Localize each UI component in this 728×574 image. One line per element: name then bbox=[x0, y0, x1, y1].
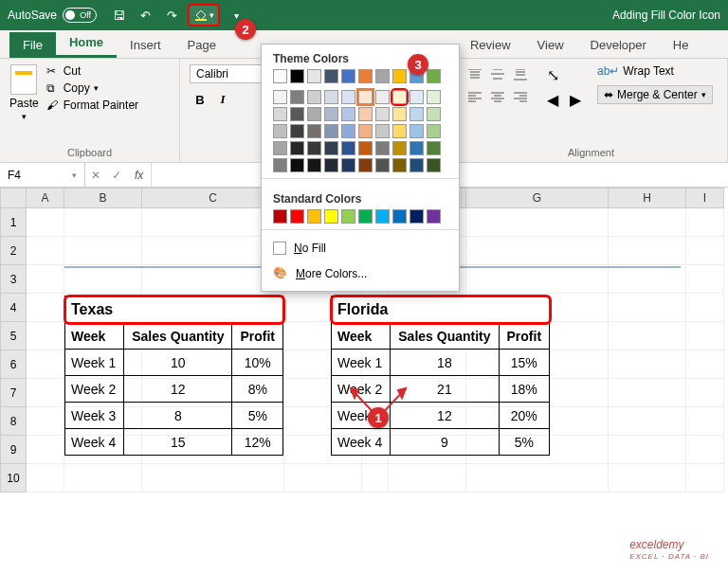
data-cell[interactable]: Week 4 bbox=[65, 429, 124, 456]
cell[interactable] bbox=[27, 322, 64, 350]
cell[interactable] bbox=[466, 265, 609, 294]
standard-swatch[interactable] bbox=[307, 209, 321, 224]
align-left-button[interactable] bbox=[464, 87, 485, 108]
theme-swatch[interactable] bbox=[427, 69, 441, 83]
col-header[interactable]: H bbox=[609, 188, 686, 208]
cell[interactable] bbox=[609, 436, 686, 464]
cell[interactable] bbox=[609, 294, 686, 322]
theme-shade-swatch[interactable] bbox=[324, 158, 338, 172]
tab-review[interactable]: Review bbox=[457, 32, 524, 58]
theme-shade-swatch[interactable] bbox=[375, 141, 390, 155]
theme-shade-swatch[interactable] bbox=[307, 107, 321, 121]
standard-swatch[interactable] bbox=[324, 209, 338, 224]
format-painter-button[interactable]: 🖌Format Painter bbox=[46, 99, 138, 112]
theme-shade-swatch[interactable] bbox=[410, 141, 424, 155]
theme-shade-swatch[interactable] bbox=[290, 158, 304, 172]
theme-shade-swatch[interactable] bbox=[273, 107, 287, 121]
undo-icon[interactable]: ↶ bbox=[135, 5, 155, 26]
fx-button[interactable]: fx bbox=[127, 169, 151, 182]
theme-shade-swatch[interactable] bbox=[290, 90, 304, 104]
col-header[interactable]: G bbox=[466, 188, 609, 208]
theme-shade-swatch[interactable] bbox=[273, 158, 287, 172]
tab-view[interactable]: View bbox=[524, 32, 577, 58]
standard-swatch[interactable] bbox=[375, 209, 390, 224]
cell[interactable] bbox=[686, 350, 724, 379]
standard-swatch[interactable] bbox=[341, 209, 355, 224]
cancel-formula-icon[interactable]: ✕ bbox=[85, 169, 106, 182]
cut-button[interactable]: ✂Cut bbox=[46, 64, 138, 78]
cell[interactable] bbox=[362, 464, 389, 493]
theme-swatch[interactable] bbox=[324, 69, 338, 83]
tab-help[interactable]: He bbox=[660, 32, 702, 58]
standard-swatch[interactable] bbox=[290, 209, 304, 224]
cell[interactable] bbox=[64, 265, 142, 294]
save-icon[interactable]: 🖫 bbox=[108, 5, 129, 26]
cell[interactable] bbox=[686, 237, 724, 265]
cell[interactable] bbox=[609, 407, 686, 436]
cell[interactable] bbox=[142, 464, 284, 493]
theme-shade-swatch[interactable] bbox=[427, 90, 441, 104]
theme-shade-swatch[interactable] bbox=[358, 158, 373, 172]
standard-swatch[interactable] bbox=[273, 209, 287, 224]
row-header[interactable]: 1 bbox=[0, 208, 27, 237]
cell[interactable] bbox=[27, 208, 64, 237]
bold-button[interactable]: B bbox=[190, 89, 210, 110]
theme-shade-swatch[interactable] bbox=[410, 90, 424, 104]
row-header[interactable]: 3 bbox=[0, 265, 27, 294]
theme-shade-swatch[interactable] bbox=[273, 124, 287, 138]
merge-center-button[interactable]: ⬌Merge & Center▾ bbox=[597, 85, 713, 104]
theme-shade-swatch[interactable] bbox=[341, 141, 355, 155]
theme-shade-swatch[interactable] bbox=[307, 90, 321, 104]
region-header[interactable]: Florida bbox=[332, 296, 550, 323]
standard-swatch[interactable] bbox=[392, 209, 407, 224]
align-top-button[interactable] bbox=[464, 64, 485, 85]
theme-swatch[interactable] bbox=[273, 69, 287, 83]
align-right-button[interactable] bbox=[510, 87, 531, 108]
theme-shade-swatch[interactable] bbox=[290, 124, 304, 138]
autosave-toggle[interactable]: AutoSave Off bbox=[8, 8, 97, 23]
theme-shade-swatch[interactable] bbox=[427, 124, 441, 138]
data-cell[interactable]: Week 3 bbox=[65, 403, 124, 429]
theme-shade-swatch[interactable] bbox=[307, 124, 321, 138]
cell[interactable] bbox=[686, 208, 724, 237]
theme-shade-swatch[interactable] bbox=[324, 90, 338, 104]
theme-shade-swatch[interactable] bbox=[427, 141, 441, 155]
theme-shade-swatch[interactable] bbox=[375, 90, 390, 104]
standard-swatch[interactable] bbox=[410, 209, 424, 224]
name-box[interactable]: F4▾ bbox=[0, 163, 85, 187]
row-header[interactable]: 5 bbox=[0, 322, 27, 350]
decrease-indent-button[interactable]: ◀ bbox=[542, 89, 563, 110]
theme-shade-swatch[interactable] bbox=[358, 124, 373, 138]
enter-formula-icon[interactable]: ✓ bbox=[106, 169, 127, 182]
theme-shade-swatch[interactable] bbox=[324, 124, 338, 138]
theme-shade-swatch[interactable] bbox=[375, 158, 390, 172]
col-header-cell[interactable]: Sales Quantity bbox=[391, 323, 499, 350]
row-header[interactable]: 4 bbox=[0, 294, 27, 322]
cell[interactable] bbox=[27, 294, 64, 322]
data-cell[interactable]: 10% bbox=[232, 350, 283, 376]
col-header-cell[interactable]: Sales Quantity bbox=[124, 323, 232, 350]
cell[interactable] bbox=[27, 407, 64, 436]
region-header[interactable]: Texas bbox=[65, 296, 283, 323]
theme-shade-swatch[interactable] bbox=[392, 107, 407, 121]
col-header[interactable]: I bbox=[686, 188, 724, 208]
data-cell[interactable]: 15 bbox=[124, 429, 232, 456]
theme-shade-swatch[interactable] bbox=[341, 124, 355, 138]
theme-shade-swatch[interactable] bbox=[392, 158, 407, 172]
cell[interactable] bbox=[609, 350, 686, 379]
theme-shade-swatch[interactable] bbox=[324, 107, 338, 121]
cell[interactable] bbox=[686, 294, 724, 322]
col-header[interactable]: A bbox=[27, 188, 64, 208]
italic-button[interactable]: I bbox=[212, 89, 233, 110]
theme-swatch[interactable] bbox=[392, 69, 407, 83]
cell[interactable] bbox=[27, 464, 64, 493]
col-header-cell[interactable]: Week bbox=[332, 323, 391, 350]
theme-shade-swatch[interactable] bbox=[392, 90, 407, 104]
theme-shade-swatch[interactable] bbox=[290, 107, 304, 121]
cell[interactable] bbox=[686, 265, 724, 294]
data-cell[interactable]: 8 bbox=[124, 403, 232, 429]
autosave-state[interactable]: Off bbox=[63, 8, 97, 23]
theme-shade-swatch[interactable] bbox=[427, 158, 441, 172]
col-header[interactable]: B bbox=[64, 188, 142, 208]
cell[interactable] bbox=[686, 464, 724, 493]
